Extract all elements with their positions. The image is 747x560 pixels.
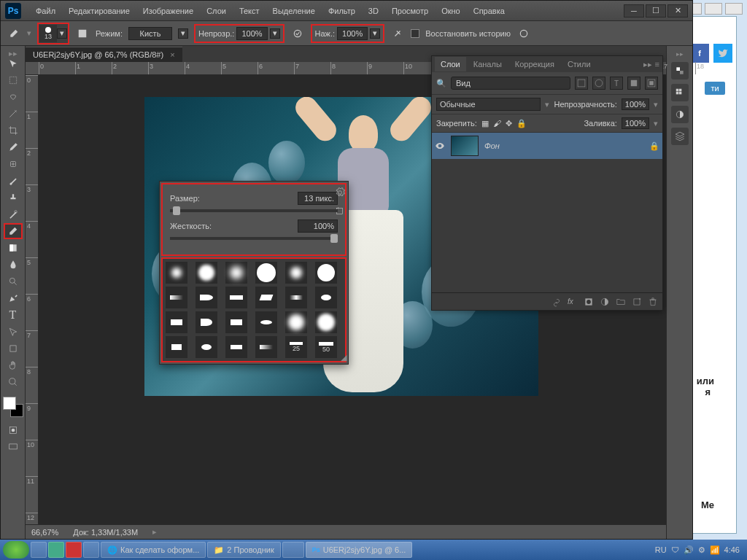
menu-type[interactable]: Текст bbox=[233, 4, 266, 18]
adjustment-icon[interactable] bbox=[600, 297, 610, 307]
chevron-down-icon[interactable]: ▾ bbox=[178, 28, 188, 39]
brush-preset-item[interactable] bbox=[166, 336, 187, 358]
taskbar-app-icon[interactable] bbox=[83, 542, 99, 558]
collapse-icon[interactable]: ▸▸ bbox=[643, 60, 652, 69]
opacity-input[interactable]: 100% bbox=[236, 27, 267, 40]
gear-icon[interactable] bbox=[335, 187, 345, 199]
menu-help[interactable]: Справка bbox=[468, 4, 511, 18]
lock-transparent-icon[interactable]: ▦ bbox=[481, 119, 489, 128]
document-tab[interactable]: U6ERj2sjy6Y.jpg @ 66,7% (RGB/8#) × bbox=[26, 47, 182, 62]
filter-shape-icon[interactable] bbox=[627, 77, 640, 90]
minimize-button[interactable]: ─ bbox=[624, 4, 644, 18]
clock[interactable]: 4:46 bbox=[724, 545, 740, 554]
tab-adjustments[interactable]: Коррекция bbox=[509, 57, 560, 71]
brush-preset-item[interactable] bbox=[166, 287, 187, 308]
filter-pixel-icon[interactable] bbox=[575, 77, 588, 90]
path-tool[interactable] bbox=[4, 324, 23, 340]
brush-preset-item[interactable] bbox=[255, 311, 277, 333]
brush-preset-item[interactable]: 50 bbox=[315, 336, 337, 358]
menu-filter[interactable]: Фильтр bbox=[322, 4, 361, 18]
menu-file[interactable]: Файл bbox=[30, 4, 61, 18]
layer-row[interactable]: Фон 🔒 bbox=[432, 133, 662, 159]
brush-preset-item[interactable] bbox=[166, 262, 187, 284]
link-icon[interactable] bbox=[551, 297, 562, 307]
brush-preset-item[interactable]: 25 bbox=[285, 336, 307, 358]
brush-preset-item[interactable] bbox=[196, 287, 217, 308]
pressure-opacity-icon[interactable] bbox=[290, 26, 305, 41]
brush-preset-item[interactable] bbox=[315, 311, 337, 333]
menu-select[interactable]: Выделение bbox=[267, 4, 321, 18]
hand-tool[interactable] bbox=[4, 357, 23, 373]
chevron-down-icon[interactable]: ▾ bbox=[57, 28, 67, 39]
tab-styles[interactable]: Стили bbox=[562, 57, 597, 71]
brush-preset-item[interactable] bbox=[255, 336, 277, 358]
brush-preset-item[interactable] bbox=[315, 262, 337, 284]
brush-preset-item[interactable] bbox=[285, 287, 307, 308]
chevron-down-icon[interactable]: ▾ bbox=[270, 28, 280, 39]
tray-icon[interactable]: 🛡 bbox=[671, 545, 679, 554]
flow-input[interactable]: 100% bbox=[337, 27, 368, 40]
crop-tool[interactable] bbox=[4, 122, 23, 139]
tab-channels[interactable]: Каналы bbox=[468, 57, 508, 71]
history-brush-tool[interactable] bbox=[4, 206, 23, 222]
folder-icon[interactable] bbox=[616, 297, 626, 307]
brush-preset-item[interactable] bbox=[285, 262, 307, 284]
screenmode-icon[interactable] bbox=[4, 439, 23, 455]
filter-adjust-icon[interactable] bbox=[592, 77, 605, 90]
close-button[interactable]: ✕ bbox=[667, 4, 688, 18]
start-button[interactable] bbox=[3, 541, 29, 559]
brush-tool[interactable] bbox=[4, 173, 23, 189]
taskbar-item-active[interactable]: PsU6ERj2sjy6Y.jpg @ 6... bbox=[306, 542, 413, 558]
lasso-tool[interactable] bbox=[4, 89, 23, 105]
taskbar-item[interactable]: 📁2 Проводник bbox=[207, 542, 280, 558]
dodge-tool[interactable] bbox=[4, 273, 23, 289]
adjustments-panel-icon[interactable] bbox=[671, 106, 689, 123]
filter-type-icon[interactable]: T bbox=[610, 77, 623, 90]
zoom-tool[interactable] bbox=[4, 374, 23, 390]
menu-view[interactable]: Просмотр bbox=[386, 4, 434, 18]
pen-tool[interactable] bbox=[4, 290, 23, 306]
layer-fill-input[interactable]: 100% bbox=[622, 117, 649, 129]
swatches-panel-icon[interactable] bbox=[671, 84, 689, 101]
brush-preset-item[interactable] bbox=[225, 311, 247, 333]
visibility-icon[interactable] bbox=[435, 141, 445, 151]
brush-preset-item[interactable] bbox=[225, 336, 247, 358]
chevron-down-icon[interactable]: ▾ bbox=[370, 28, 380, 39]
lock-pixels-icon[interactable]: 🖌 bbox=[493, 119, 501, 128]
layer-filter-select[interactable]: Вид bbox=[451, 77, 570, 90]
trash-icon[interactable] bbox=[648, 297, 658, 307]
taskbar-ie-icon[interactable] bbox=[31, 542, 47, 558]
move-tool[interactable] bbox=[4, 55, 23, 71]
brush-preset-picker[interactable]: 13 ▾ bbox=[37, 23, 69, 44]
wand-tool[interactable] bbox=[4, 106, 23, 122]
tab-layers[interactable]: Слои bbox=[435, 57, 466, 71]
healing-tool[interactable] bbox=[4, 156, 23, 172]
hardness-slider[interactable] bbox=[170, 237, 338, 240]
taskbar-item[interactable] bbox=[282, 542, 304, 558]
layer-name[interactable]: Фон bbox=[484, 141, 500, 150]
brush-preset-item[interactable] bbox=[225, 287, 247, 308]
pressure-size-icon[interactable] bbox=[516, 26, 531, 41]
layer-thumbnail[interactable] bbox=[451, 136, 479, 156]
brush-preset-item[interactable] bbox=[225, 262, 247, 284]
maximize-button[interactable]: ☐ bbox=[646, 4, 666, 18]
type-tool[interactable]: T bbox=[4, 307, 23, 323]
panel-menu-icon[interactable]: ≡ bbox=[655, 60, 659, 69]
zoom-level[interactable]: 66,67% bbox=[31, 528, 58, 537]
tray-icon[interactable]: ⚙ bbox=[698, 545, 705, 555]
new-preset-icon[interactable] bbox=[335, 206, 345, 218]
taskbar-item[interactable]: 🌐Как сделать оформ... bbox=[101, 542, 206, 558]
restore-history-checkbox[interactable] bbox=[411, 29, 419, 38]
menu-image[interactable]: Изображение bbox=[137, 4, 199, 18]
brush-preset-item[interactable] bbox=[255, 262, 277, 284]
blur-tool[interactable] bbox=[4, 257, 23, 273]
menu-edit[interactable]: Редактирование bbox=[63, 4, 136, 18]
menu-layer[interactable]: Слои bbox=[201, 4, 232, 18]
size-slider[interactable] bbox=[170, 209, 338, 212]
airbrush-icon[interactable] bbox=[390, 26, 405, 41]
brush-preset-item[interactable] bbox=[196, 311, 217, 333]
mode-select[interactable]: Кисть bbox=[128, 27, 172, 40]
color-swatches[interactable] bbox=[3, 397, 23, 417]
blend-mode-select[interactable]: Обычные bbox=[436, 98, 541, 111]
gradient-tool[interactable] bbox=[4, 240, 23, 256]
